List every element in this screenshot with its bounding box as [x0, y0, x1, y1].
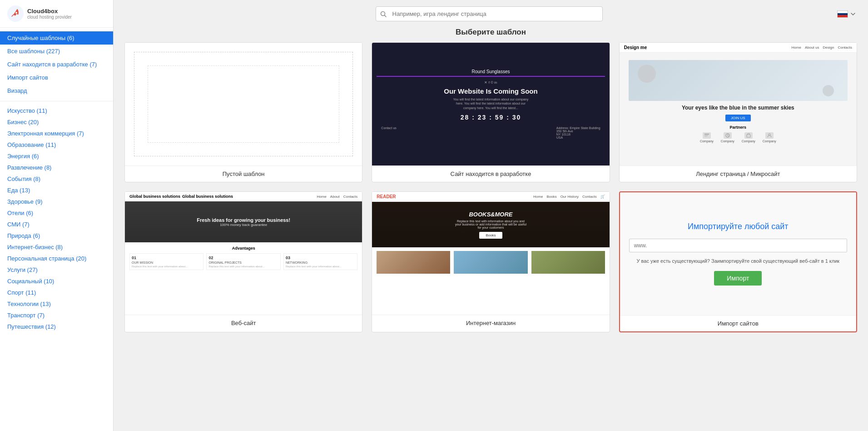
svg-point-1 [15, 12, 17, 14]
bs-book-2 [454, 251, 527, 274]
ws-nav: Home About Contacts [317, 195, 358, 199]
ws-adv-num-3: 03 [286, 256, 355, 260]
cs-timer: 28 : 23 : 59 : 30 [461, 114, 521, 121]
sidebar-cat-health[interactable]: Здоровье (9) [0, 196, 113, 207]
ws-adv-desc-1: Replace this text with your information … [132, 265, 201, 268]
ws-hero-sub: 100% money back guarantee [220, 223, 267, 227]
template-card-import[interactable]: Импортируйте любой сайт У вас уже есть с… [619, 191, 857, 332]
sidebar-cat-hotels[interactable]: Отели (6) [0, 207, 113, 219]
template-label-bookstore: Интернет-магазин [372, 315, 609, 331]
template-preview-website: Global business solutions Global busines… [125, 192, 362, 315]
bs-nav: Home Books Our History Contacts 🛒 [533, 195, 605, 199]
ws-adv-num-1: 01 [132, 256, 201, 260]
svg-line-9 [728, 135, 729, 136]
ws-adv-desc-3: Replace this text with your information … [286, 265, 355, 268]
import-url-input[interactable] [629, 239, 847, 252]
sidebar-cat-nature[interactable]: Природа (6) [0, 230, 113, 241]
template-preview-bookstore: READER Home Books Our History Contacts 🛒… [372, 192, 609, 315]
template-label-empty: Пустой шаблон [125, 165, 362, 182]
dm-hero-title: Your eyes like the blue in the summer sk… [682, 105, 794, 112]
ws-adv-1: 01 OUR MISSION Replace this text with yo… [129, 253, 203, 270]
sidebar-cat-personal[interactable]: Персональная страница (20) [0, 253, 113, 264]
sidebar-cat-media[interactable]: СМИ (7) [0, 219, 113, 230]
bs-nav-home: Home [533, 195, 543, 199]
templates-grid: Пустой шаблон Round Sunglasses ✕ f © in … [114, 42, 868, 431]
dm-partner-4: Company [763, 132, 776, 143]
dm-partner-label-1: Company [700, 140, 714, 143]
dm-partner-label-4: Company [763, 140, 776, 143]
sidebar-cat-events[interactable]: События (8) [0, 173, 113, 185]
dm-nav-about: About us [805, 45, 819, 50]
sidebar-cat-internet-biz[interactable]: Интернет-бизнес (8) [0, 241, 113, 253]
sidebar-cat-tech[interactable]: Технологии (13) [0, 298, 113, 310]
cs-address: Address: Empire State Building350 5th Av… [556, 126, 600, 139]
template-card-empty[interactable]: Пустой шаблон [124, 42, 362, 182]
cs-bottom: Contact us Address: Empire State Buildin… [377, 126, 605, 139]
sidebar-item-coming-soon[interactable]: Сайт находится в разработке (7) [0, 58, 113, 71]
logo-text-block: Cloud4box cloud hosting provider [27, 8, 72, 20]
template-label-coming-soon: Сайт находится в разработке [372, 165, 609, 182]
dm-nav: Home About us Design Contacts [792, 45, 852, 50]
sidebar-cat-education[interactable]: Образование (11) [0, 139, 113, 150]
ws-nav-about: About [330, 195, 340, 199]
bs-books-row [372, 247, 609, 277]
sidebar-item-random[interactable]: Случайные шаблоны (6) [0, 31, 113, 45]
sidebar-item-wizard[interactable]: Визард [0, 84, 113, 97]
sidebar-item-all[interactable]: Все шаблоны (227) [0, 45, 113, 58]
bs-cart-icon: 🛒 [600, 195, 605, 199]
website-visual: Global business solutions Global busines… [125, 192, 362, 315]
import-button[interactable]: Импорт [714, 271, 762, 286]
bs-nav-history: Our History [560, 195, 579, 199]
search-input-wrapper [376, 6, 603, 21]
sidebar-cat-travel[interactable]: Путешествия (12) [0, 321, 113, 332]
bs-hero-title: BOOKS&MORE [469, 211, 512, 218]
bs-book-1 [377, 251, 450, 274]
svg-rect-4 [704, 134, 709, 135]
dm-content: Your eyes like the blue in the summer sk… [620, 53, 857, 165]
sidebar-cat-business[interactable]: Бизнес (20) [0, 116, 113, 128]
dm-nav-contacts: Contacts [838, 45, 852, 50]
template-preview-import: Импортируйте любой сайт У вас уже есть с… [620, 192, 856, 315]
template-card-landing[interactable]: Design me Home About us Design Contacts [619, 42, 857, 182]
dm-nav-design: Design [823, 45, 834, 50]
language-selector[interactable] [837, 10, 855, 18]
sidebar-cat-sport[interactable]: Спорт (11) [0, 287, 113, 298]
dm-partner-2: Company [721, 132, 734, 143]
bs-brand: READER [377, 194, 396, 199]
svg-rect-6 [704, 136, 707, 137]
sidebar-logo: Cloud4box cloud hosting provider [0, 0, 113, 28]
ws-header: Global business solutions Global busines… [125, 192, 362, 201]
ws-brand: Global business solutions [129, 194, 180, 199]
sidebar-cat-services[interactable]: Услуги (27) [0, 264, 113, 276]
bookstore-visual: READER Home Books Our History Contacts 🛒… [372, 192, 609, 315]
template-card-bookstore[interactable]: READER Home Books Our History Contacts 🛒… [372, 191, 610, 332]
sidebar-cat-art[interactable]: Искусство (11) [0, 105, 113, 116]
sidebar-cat-entertainment[interactable]: Развлечение (8) [0, 162, 113, 173]
sidebar-cat-transport[interactable]: Транспорт (7) [0, 310, 113, 321]
sidebar-item-import[interactable]: Импорт сайтов [0, 71, 113, 84]
main-content: Выберите шаблон Пустой шаблон Round Sung… [114, 0, 868, 431]
dm-brand: Design me [624, 45, 647, 50]
search-input[interactable] [376, 6, 603, 21]
ws-hero-title: Fresh ideas for growing your business! [197, 217, 290, 223]
bs-cta-button: Books [479, 232, 502, 239]
sidebar-cat-ecommerce[interactable]: Электронная коммерция (7) [0, 128, 113, 139]
ws-adv-desc-2: Replace this text with your information … [208, 265, 278, 268]
sidebar-nav: Случайные шаблоны (6) Все шаблоны (227) … [0, 28, 113, 336]
logo-subtext: cloud hosting provider [27, 15, 72, 20]
sidebar-cat-food[interactable]: Еда (13) [0, 185, 113, 196]
cs-desc: You will find the latest information abo… [450, 97, 531, 110]
sidebar-cat-energy[interactable]: Энергия (6) [0, 150, 113, 162]
ws-nav-contacts: Contacts [343, 195, 358, 199]
ws-adv-num-2: 02 [208, 256, 278, 260]
sidebar-divider [0, 101, 113, 101]
ws-hero: Fresh ideas for growing your business! 1… [125, 201, 362, 242]
template-preview-coming-soon: Round Sunglasses ✕ f © in Our Website Is… [372, 43, 609, 165]
coming-soon-visual: Round Sunglasses ✕ f © in Our Website Is… [372, 43, 609, 165]
ws-adv-3: 03 NETWORKING Replace this text with you… [283, 253, 357, 270]
page-title: Выберите шаблон [114, 26, 868, 42]
bs-nav-contacts: Contacts [582, 195, 597, 199]
template-card-website[interactable]: Global business solutions Global busines… [124, 191, 362, 332]
sidebar-cat-social[interactable]: Социальный (10) [0, 276, 113, 287]
template-card-coming-soon[interactable]: Round Sunglasses ✕ f © in Our Website Is… [372, 42, 610, 182]
